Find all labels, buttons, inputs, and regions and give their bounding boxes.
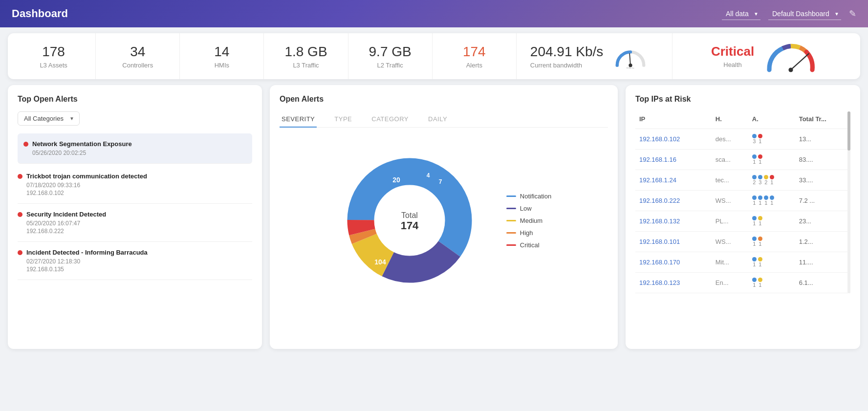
top-open-alerts-panel: Top Open Alerts All Categories Network S… bbox=[8, 85, 262, 349]
ip-link[interactable]: 192.168.1.24 bbox=[639, 176, 676, 184]
category-cell: PL... bbox=[712, 211, 748, 232]
dashboard-name-wrapper[interactable]: Default Dashboard bbox=[768, 8, 841, 20]
top-ips-panel: Top IPs at Risk IP H. A. Total Tr... 192… bbox=[626, 85, 860, 349]
severity-dot bbox=[752, 134, 757, 138]
ip-link[interactable]: 192.168.0.170 bbox=[639, 259, 680, 266]
severity-dot bbox=[752, 216, 757, 220]
severity-dot bbox=[758, 278, 762, 282]
category-cell: WS... bbox=[712, 232, 748, 252]
data-source-select[interactable]: All data bbox=[722, 8, 760, 20]
category-cell: En... bbox=[712, 273, 748, 293]
dots-cell: 11 bbox=[748, 252, 795, 273]
legend-color-medium bbox=[506, 220, 516, 221]
ip-link[interactable]: 192.168.0.222 bbox=[639, 197, 680, 204]
stat-health: Critical Health bbox=[673, 33, 856, 79]
dots-cell: 11 bbox=[748, 232, 795, 252]
health-label: Health bbox=[711, 61, 754, 68]
svg-point-4 bbox=[789, 67, 793, 72]
hmis-value: 14 bbox=[214, 43, 229, 60]
ip-link[interactable]: 192.168.0.102 bbox=[639, 135, 680, 143]
bandwidth-value: 204.91 Kb/s bbox=[530, 44, 603, 60]
col-a: A. bbox=[748, 111, 795, 129]
tab-category[interactable]: CATEGORY bbox=[369, 111, 411, 128]
severity-dot bbox=[758, 175, 762, 179]
header-controls: All data Default Dashboard ✎ bbox=[722, 8, 856, 20]
legend-color-high bbox=[506, 232, 516, 234]
severity-dot bbox=[758, 195, 762, 200]
main-content: Top Open Alerts All Categories Network S… bbox=[8, 85, 860, 349]
ip-link[interactable]: 192.168.1.16 bbox=[639, 156, 676, 163]
legend-medium: Medium bbox=[506, 217, 551, 224]
ip-link[interactable]: 192.168.0.123 bbox=[639, 279, 680, 286]
category-cell: WS... bbox=[712, 191, 748, 211]
alert-timestamp: 05/20/2020 16:07:47 bbox=[26, 220, 248, 227]
l3-traffic-value: 1.8 GB bbox=[284, 43, 327, 60]
table-row: 192.168.1.24tec...232133.... bbox=[635, 170, 850, 191]
col-ip: IP bbox=[635, 111, 712, 129]
list-item[interactable]: Security Incident Detected 05/20/2020 16… bbox=[18, 204, 252, 242]
edit-icon[interactable]: ✎ bbox=[849, 8, 856, 19]
tab-daily[interactable]: DAILY bbox=[426, 111, 449, 128]
scrollbar-track[interactable] bbox=[847, 111, 850, 293]
alert-ip: 192.168.0.102 bbox=[26, 190, 248, 196]
dots-cell: 2321 bbox=[748, 170, 795, 191]
legend-low: Low bbox=[506, 205, 551, 212]
severity-dot bbox=[752, 257, 757, 261]
scrollbar-thumb[interactable] bbox=[847, 111, 850, 151]
alert-ip: 192.168.0.135 bbox=[26, 266, 248, 273]
alert-severity-dot bbox=[18, 250, 22, 255]
ip-link[interactable]: 192.168.0.132 bbox=[639, 217, 680, 225]
severity-dot bbox=[752, 154, 757, 159]
category-cell: sca... bbox=[712, 150, 748, 170]
list-item[interactable]: Trickbot trojan communication detected 0… bbox=[18, 166, 252, 204]
open-alerts-title: Open Alerts bbox=[280, 95, 608, 104]
legend-notification: Notification bbox=[506, 193, 551, 200]
svg-text:20: 20 bbox=[392, 176, 400, 184]
list-item[interactable]: Incident Detected - Informing Barracuda … bbox=[18, 242, 252, 280]
donut-chart-area: Total 174 104 39 20 4 7 Notification bbox=[280, 137, 608, 303]
tab-severity[interactable]: SEVERITY bbox=[280, 111, 317, 128]
alert-severity-dot bbox=[23, 142, 28, 147]
stat-alerts: 174 Alerts bbox=[433, 33, 517, 79]
tab-type[interactable]: TYPE bbox=[332, 111, 354, 128]
svg-line-3 bbox=[791, 54, 809, 70]
data-source-wrapper[interactable]: All data bbox=[722, 8, 760, 20]
table-row: 192.168.0.222WS...11117.2 ... bbox=[635, 191, 850, 211]
alerts-scroll-container[interactable]: Network Segmentation Exposure 05/26/2020… bbox=[18, 133, 252, 280]
ip-link[interactable]: 192.168.0.101 bbox=[639, 238, 680, 245]
open-alerts-panel: Open Alerts SEVERITY TYPE CATEGORY DAILY bbox=[270, 85, 618, 349]
dots-cell: 11 bbox=[748, 150, 795, 170]
dashboard-name-select[interactable]: Default Dashboard bbox=[768, 8, 841, 20]
legend-critical: Critical bbox=[506, 241, 551, 249]
stat-bandwidth: 204.91 Kb/s Current bandwidth Mb/s bbox=[517, 33, 673, 79]
alert-title: Network Segmentation Exposure bbox=[32, 140, 132, 148]
l2-traffic-label: L2 Traffic bbox=[377, 62, 403, 69]
svg-text:Mb/s: Mb/s bbox=[627, 66, 634, 68]
severity-dot bbox=[752, 278, 757, 282]
total-traffic-cell: 83.... bbox=[795, 150, 850, 170]
alert-ip: 192.168.0.222 bbox=[26, 228, 248, 235]
l2-traffic-value: 9.7 GB bbox=[369, 43, 412, 60]
list-item[interactable]: Network Segmentation Exposure 05/26/2020… bbox=[18, 133, 252, 164]
total-traffic-cell: 6.1... bbox=[795, 273, 850, 293]
category-cell: Mit... bbox=[712, 252, 748, 273]
donut-chart-svg: Total 174 104 39 20 4 7 bbox=[336, 147, 483, 294]
severity-dot bbox=[758, 237, 762, 241]
legend-color-low bbox=[506, 208, 516, 209]
alert-title: Incident Detected - Informing Barracuda bbox=[26, 249, 148, 256]
table-row: 192.168.0.132PL...1123... bbox=[635, 211, 850, 232]
category-filter[interactable]: All Categories bbox=[18, 111, 80, 126]
stats-bar: 178 L3 Assets 34 Controllers 14 HMIs 1.8… bbox=[8, 33, 860, 79]
ips-table: IP H. A. Total Tr... 192.168.0.102des...… bbox=[635, 111, 850, 293]
alerts-value: 174 bbox=[463, 43, 486, 60]
svg-text:Total: Total bbox=[401, 211, 418, 219]
controllers-label: Controllers bbox=[122, 62, 153, 69]
l3-traffic-label: L3 Traffic bbox=[293, 62, 319, 69]
dots-cell: 11 bbox=[748, 273, 795, 293]
dots-cell: 31 bbox=[748, 129, 795, 150]
health-gauge-svg bbox=[764, 39, 818, 73]
bandwidth-label: Current bandwidth bbox=[530, 62, 603, 69]
alert-severity-dot bbox=[18, 174, 22, 179]
alert-timestamp: 05/26/2020 20:02:25 bbox=[32, 150, 246, 156]
legend-color-notification bbox=[506, 195, 516, 197]
